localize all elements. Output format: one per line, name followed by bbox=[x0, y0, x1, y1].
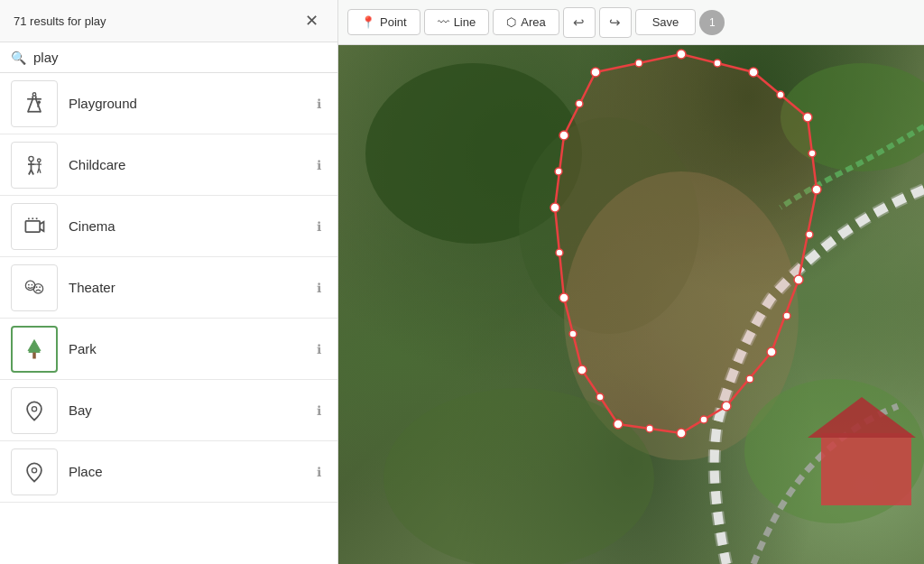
theater-label: Theater bbox=[69, 280, 311, 295]
place-info-button[interactable]: ℹ bbox=[311, 461, 327, 483]
redo-button[interactable]: ↪ bbox=[599, 7, 632, 38]
svg-point-50 bbox=[722, 402, 731, 411]
svg-point-43 bbox=[591, 68, 600, 77]
undo-button[interactable]: ↩ bbox=[563, 7, 596, 38]
point-label: Point bbox=[380, 15, 407, 29]
svg-point-53 bbox=[578, 365, 587, 374]
svg-point-45 bbox=[749, 68, 758, 77]
svg-point-46 bbox=[803, 113, 812, 122]
results-count: 71 results for play bbox=[14, 14, 106, 28]
svg-point-25 bbox=[28, 283, 30, 285]
park-info-button[interactable]: ℹ bbox=[311, 338, 327, 360]
svg-rect-71 bbox=[821, 433, 911, 505]
svg-point-27 bbox=[33, 283, 43, 293]
search-box: 🔍 bbox=[0, 42, 337, 73]
svg-point-69 bbox=[555, 168, 562, 175]
svg-point-67 bbox=[569, 330, 577, 337]
point-tool-button[interactable]: 📍 Point bbox=[347, 9, 420, 35]
playground-icon-wrap bbox=[11, 80, 58, 127]
area-icon: ⬡ bbox=[506, 15, 516, 29]
map-toolbar: 📍 Point 〰 Line ⬡ Area ↩ ↪ Save 1 bbox=[338, 0, 924, 45]
list-item[interactable]: Park ℹ bbox=[0, 319, 337, 380]
search-input[interactable] bbox=[33, 50, 327, 65]
playground-icon bbox=[22, 91, 47, 116]
svg-point-57 bbox=[635, 60, 642, 67]
search-icon: 🔍 bbox=[11, 51, 26, 65]
badge-button[interactable]: 1 bbox=[699, 10, 725, 35]
svg-line-18 bbox=[39, 168, 41, 172]
svg-point-66 bbox=[596, 393, 604, 401]
map-overlay bbox=[338, 45, 924, 564]
line-tool-button[interactable]: 〰 Line bbox=[424, 9, 490, 35]
save-button[interactable]: Save bbox=[635, 9, 697, 35]
svg-point-34 bbox=[32, 467, 36, 472]
close-button[interactable]: ✕ bbox=[300, 9, 324, 32]
svg-point-29 bbox=[39, 286, 41, 288]
svg-point-68 bbox=[556, 249, 563, 256]
area-label: Area bbox=[521, 15, 545, 29]
cinema-icon-wrap bbox=[11, 203, 58, 250]
childcare-info-button[interactable]: ℹ bbox=[311, 154, 327, 176]
svg-point-60 bbox=[808, 150, 816, 157]
map-panel[interactable]: 📍 Point 〰 Line ⬡ Area ↩ ↪ Save 1 bbox=[338, 0, 924, 564]
list-item[interactable]: Childcare ℹ bbox=[0, 134, 337, 196]
childcare-icon-wrap bbox=[11, 142, 58, 189]
svg-line-13 bbox=[32, 170, 34, 174]
bay-label: Bay bbox=[69, 402, 311, 418]
svg-point-44 bbox=[677, 50, 686, 59]
playground-info-button[interactable]: ℹ bbox=[311, 93, 327, 115]
list-item[interactable]: Cinema ℹ bbox=[0, 196, 337, 257]
playground-label: Playground bbox=[69, 96, 311, 111]
park-label: Park bbox=[69, 341, 311, 356]
svg-point-47 bbox=[812, 185, 821, 194]
list-item[interactable]: Playground ℹ bbox=[0, 73, 337, 134]
svg-point-51 bbox=[677, 429, 686, 438]
svg-point-62 bbox=[783, 312, 790, 319]
park-icon-wrap bbox=[11, 326, 58, 373]
svg-point-56 bbox=[559, 131, 568, 140]
svg-point-5 bbox=[32, 92, 36, 96]
cinema-label: Cinema bbox=[69, 218, 311, 234]
place-icon bbox=[22, 459, 47, 485]
place-label: Place bbox=[69, 464, 311, 479]
area-tool-button[interactable]: ⬡ Area bbox=[493, 9, 559, 35]
svg-point-33 bbox=[32, 406, 36, 411]
park-icon bbox=[22, 337, 47, 362]
svg-point-70 bbox=[576, 100, 583, 107]
search-panel: 71 results for play ✕ 🔍 bbox=[0, 0, 338, 564]
cinema-info-button[interactable]: ℹ bbox=[311, 216, 327, 237]
place-icon-wrap bbox=[11, 448, 58, 495]
svg-point-55 bbox=[550, 203, 559, 212]
svg-point-14 bbox=[38, 159, 42, 162]
svg-line-0 bbox=[28, 98, 32, 111]
bay-icon-wrap bbox=[11, 387, 58, 434]
svg-point-65 bbox=[646, 425, 653, 432]
line-icon: 〰 bbox=[438, 15, 449, 29]
list-item[interactable]: Theater ℹ bbox=[0, 257, 337, 319]
theater-icon bbox=[22, 275, 47, 300]
svg-rect-32 bbox=[32, 352, 36, 358]
bay-info-button[interactable]: ℹ bbox=[311, 400, 327, 421]
svg-point-49 bbox=[767, 347, 776, 356]
svg-point-59 bbox=[777, 91, 784, 98]
svg-point-63 bbox=[746, 375, 753, 383]
svg-point-61 bbox=[806, 231, 813, 238]
search-header: 71 results for play ✕ bbox=[0, 0, 337, 42]
childcare-icon bbox=[22, 153, 47, 178]
svg-point-7 bbox=[38, 100, 42, 104]
line-label: Line bbox=[454, 15, 476, 29]
svg-point-28 bbox=[36, 286, 38, 288]
list-item[interactable]: Place ℹ bbox=[0, 441, 337, 503]
svg-point-26 bbox=[32, 283, 33, 285]
svg-point-9 bbox=[29, 156, 33, 161]
theater-icon-wrap bbox=[11, 264, 58, 311]
svg-point-64 bbox=[700, 416, 707, 423]
map-background bbox=[338, 45, 924, 564]
theater-info-button[interactable]: ℹ bbox=[311, 277, 327, 299]
svg-point-58 bbox=[714, 60, 721, 67]
results-list: Playground ℹ bbox=[0, 73, 337, 564]
list-item[interactable]: Bay ℹ bbox=[0, 380, 337, 441]
cinema-icon bbox=[22, 214, 47, 239]
svg-point-52 bbox=[614, 420, 623, 429]
point-icon: 📍 bbox=[361, 15, 375, 29]
